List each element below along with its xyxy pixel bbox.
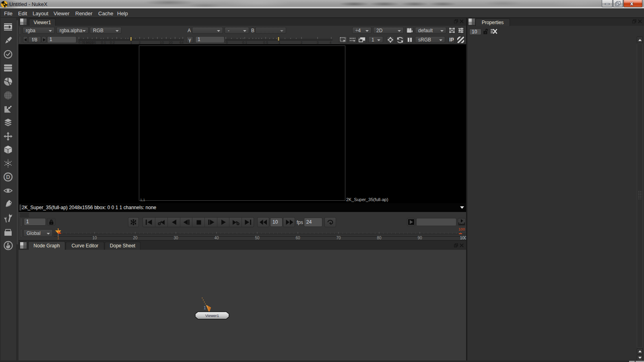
svg-text:80: 80: [377, 236, 382, 240]
svg-text:10: 10: [92, 236, 97, 240]
svg-text:40: 40: [214, 236, 219, 240]
svg-text:Viewer1: Viewer1: [205, 313, 219, 318]
svg-text:100: 100: [458, 228, 465, 231]
svg-text:100: 100: [460, 236, 466, 240]
svg-text:70: 70: [336, 236, 341, 240]
svg-text:50: 50: [255, 236, 260, 240]
svg-text:1: 1: [57, 236, 60, 240]
svg-text:20: 20: [133, 236, 138, 240]
svg-text:1: 1: [204, 306, 206, 310]
svg-text:60: 60: [295, 236, 300, 240]
svg-text:30: 30: [173, 236, 178, 240]
svg-text:90: 90: [417, 236, 422, 240]
svg-text:D: D: [6, 174, 10, 180]
